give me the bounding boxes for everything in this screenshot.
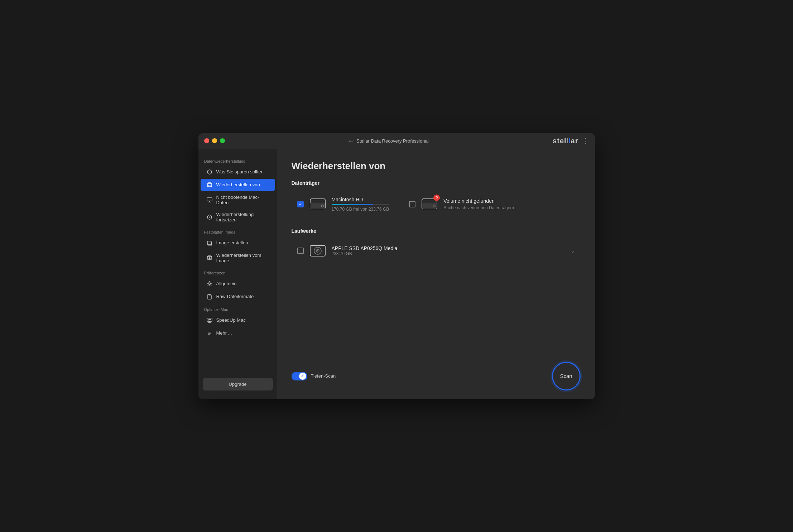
sidebar-label-wiederherstellen-image: Wiederherstellen vom Image [216, 253, 269, 263]
drive-sidebar-icon [206, 182, 213, 188]
volume-not-found-name: Volume nicht gefunden [443, 198, 514, 204]
toggle-knob: ✓ [299, 373, 306, 380]
sidebar-item-nicht-bootende[interactable]: Nicht bootende Mac-Daten [201, 192, 275, 208]
sync-icon [206, 169, 213, 175]
resume-icon [206, 214, 213, 220]
close-button[interactable] [204, 138, 209, 143]
macintosh-hd-progress-fill [332, 204, 374, 205]
drive-card-macintosh-hd: Macintosh HD 170.70 GB frei von 233.76 G… [292, 192, 395, 217]
sidebar-item-mehr[interactable]: Mehr ... [201, 327, 275, 339]
sidebar-label-allgemein: Allgemein [216, 281, 237, 286]
sidebar-item-raw-dateiformate[interactable]: Raw-Dateiformate [201, 291, 275, 303]
section-label-optimize: Optimize Mac [198, 303, 277, 314]
macintosh-hd-progress-bar [332, 204, 389, 205]
section-label-image: Festplatten Image [198, 226, 277, 236]
titlebar-right: stelliar ⋮ [553, 137, 589, 145]
apple-ssd-name: APPLE SSD AP0256Q Media [332, 245, 566, 251]
sidebar-item-was-sparen[interactable]: Was Sie sparen sollten [201, 166, 275, 178]
sidebar-item-allgemein[interactable]: Allgemein [201, 278, 275, 290]
minimize-button[interactable] [212, 138, 217, 143]
macintosh-hd-name: Macintosh HD [332, 197, 389, 202]
laufwerke-section-title: Laufwerke [292, 228, 581, 234]
scan-button-wrap: Scan [552, 362, 581, 390]
volume-not-found-icon-wrap: ? [420, 196, 438, 212]
apple-ssd-size: 233.76 GB [332, 251, 566, 256]
section-label-recovery: Datenwiederherstellung [198, 155, 277, 166]
svg-rect-3 [207, 241, 211, 245]
monitor-icon [206, 197, 213, 203]
svg-rect-1 [207, 198, 212, 201]
drives-grid: Macintosh HD 170.70 GB frei von 233.76 G… [292, 192, 581, 217]
svg-rect-0 [207, 183, 212, 187]
apple-ssd-info: APPLE SSD AP0256Q Media 233.76 GB [332, 245, 566, 256]
sidebar-label-speedup: SpeedUp Mac [216, 317, 246, 323]
image-restore-icon [206, 255, 213, 261]
volume-not-found-badge: ? [433, 195, 440, 201]
apple-ssd-chevron-icon[interactable]: ⌄ [571, 248, 575, 254]
monitor2-icon [206, 317, 213, 323]
file-icon [206, 293, 213, 300]
volume-not-found-checkbox[interactable] [409, 201, 415, 207]
volume-not-found-info: Volume nicht gefunden Suche nach verlore… [443, 198, 514, 210]
gear-icon [206, 281, 213, 287]
sidebar-label-nicht-bootende: Nicht bootende Mac-Daten [216, 195, 269, 205]
sidebar-item-speedup-mac[interactable]: SpeedUp Mac [201, 314, 275, 326]
macintosh-hd-size: 170.70 GB frei von 233.76 GB [332, 207, 389, 212]
upgrade-button[interactable]: Upgrade [203, 378, 273, 390]
sidebar-item-wiederherstellung-fortsetzen[interactable]: Wiederherstellung fortsetzen [201, 209, 275, 225]
macintosh-hd-checkbox[interactable] [297, 201, 304, 207]
sidebar-label-fortsetzen: Wiederherstellung fortsetzen [216, 212, 269, 222]
scan-button[interactable]: Scan [552, 362, 581, 390]
page-title: Wiederherstellen von [292, 160, 581, 172]
titlebar-center: ↩ Stellar Data Recovery Professional [349, 138, 429, 144]
menu-dots-icon[interactable]: ⋮ [582, 137, 589, 145]
laufwerk-row-apple-ssd: APPLE SSD AP0256Q Media 233.76 GB ⌄ [292, 240, 581, 262]
laufwerke-section: Laufwerke APPLE SSD AP0256Q Media 233.76… [292, 228, 581, 262]
apple-ssd-icon [309, 243, 327, 258]
titlebar: ↩ Stellar Data Recovery Professional ste… [198, 133, 595, 149]
bottom-bar: ✓ Tiefen-Scan Scan [292, 356, 581, 390]
volume-not-found-sublabel: Suche nach verlorenen Datenträgern [443, 205, 514, 210]
sidebar-label-mehr: Mehr ... [216, 330, 232, 336]
back-arrow-icon[interactable]: ↩ [349, 138, 354, 144]
apple-ssd-checkbox[interactable] [297, 248, 304, 254]
hd-drive-icon [309, 196, 327, 211]
content-area: Datenwiederherstellung Was Sie sparen so… [198, 149, 595, 399]
sidebar-label-was-sparen: Was Sie sparen sollten [216, 169, 264, 174]
datentraeger-section-title: Datenträger [292, 180, 581, 186]
sidebar: Datenwiederherstellung Was Sie sparen so… [198, 149, 277, 399]
list-icon [206, 330, 213, 336]
sidebar-label-wiederherstellen: Wiederherstellen von [216, 182, 260, 187]
maximize-button[interactable] [220, 138, 225, 143]
tiefen-scan-label: Tiefen-Scan [311, 373, 336, 379]
macintosh-hd-icon-wrap [309, 196, 327, 212]
main-content: Wiederherstellen von Datenträger [277, 149, 595, 399]
tiefen-scan-row: ✓ Tiefen-Scan [292, 372, 336, 380]
window-title: Stellar Data Recovery Professional [356, 138, 429, 144]
sidebar-item-wiederherstellen-von[interactable]: Wiederherstellen von [201, 179, 275, 191]
drive-card-volume-not-found: ? Volume nicht gefunden Suche nach verlo… [403, 192, 520, 217]
sidebar-label-image-erstellen: Image erstellen [216, 240, 248, 245]
app-window: ↩ Stellar Data Recovery Professional ste… [198, 133, 595, 399]
svg-point-16 [317, 250, 318, 251]
macintosh-hd-info: Macintosh HD 170.70 GB frei von 233.76 G… [332, 197, 389, 212]
sidebar-item-wiederherstellen-image[interactable]: Wiederherstellen vom Image [201, 250, 275, 266]
stellar-logo: stelliar [553, 137, 578, 145]
svg-point-4 [208, 283, 210, 284]
tiefen-scan-toggle[interactable]: ✓ [292, 372, 307, 380]
section-label-praferenzen: Präferenzen [198, 267, 277, 277]
image-create-icon [206, 240, 213, 246]
traffic-lights [204, 138, 225, 143]
sidebar-item-image-erstellen[interactable]: Image erstellen [201, 237, 275, 249]
sidebar-label-raw: Raw-Dateiformate [216, 294, 254, 299]
toggle-check-icon: ✓ [301, 374, 304, 378]
